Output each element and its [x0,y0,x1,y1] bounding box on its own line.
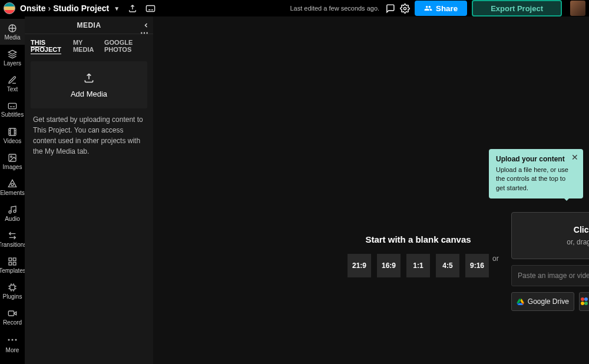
svg-point-20 [9,211,11,213]
record-icon [8,309,17,318]
url-input[interactable] [511,265,589,286]
tab-this-project[interactable]: THIS PROJECT [31,39,66,53]
tool-transitions[interactable]: Transitions [0,226,25,252]
tool-label: Videos [4,138,21,144]
panel-title: MEDIA [77,21,101,29]
tool-layers[interactable]: Layers [0,45,25,71]
last-edited-label: Last edited a few seconds ago. [290,5,379,12]
comments-button[interactable] [385,4,395,14]
svg-rect-23 [13,258,16,261]
aspect-16-9[interactable]: 16:9 [377,254,401,277]
or-separator: or [492,254,499,263]
aspect-21-9[interactable]: 21:9 [348,254,371,277]
tool-label: Transitions [0,241,27,248]
svg-marker-5 [8,50,16,54]
crumb-project[interactable]: Studio Project [53,4,109,13]
chevron-right-icon: › [48,4,51,13]
more-icon: ⋯ [7,333,18,346]
text-icon [8,75,17,85]
start-blank-section: Start with a blank canvas 21:9 16:9 1:1 … [348,234,489,277]
tool-media[interactable]: Media [0,19,25,45]
tool-record[interactable]: Record [0,304,25,330]
templates-icon [8,257,17,266]
close-icon[interactable]: ✕ [571,153,578,162]
upload-icon[interactable] [128,4,137,13]
svg-rect-9 [9,128,16,135]
upload-icon [83,72,95,84]
tool-label: Plugins [3,293,22,300]
svg-rect-25 [13,262,16,265]
side-panel: MEDIA ⋯ THIS PROJECT MY MEDIA GOOGLE PHO… [25,16,153,364]
svg-rect-26 [10,285,15,290]
avatar[interactable] [570,1,585,16]
aspect-9-16[interactable]: 9:16 [465,254,489,277]
drop-title: Click to upload [574,225,589,234]
caption-icon[interactable] [145,5,155,12]
panel-tabs: ⋯ THIS PROJECT MY MEDIA GOOGLE PHOTOS [25,34,153,58]
tooltip-title: Upload your content [496,155,576,163]
crumb-onsite[interactable]: Onsite [20,4,46,13]
tool-subtitles[interactable]: Subtitles [0,97,25,123]
svg-point-3 [403,7,406,9]
svg-point-19 [11,183,14,186]
tab-google-photos[interactable]: GOOGLE PHOTOS [104,39,147,53]
share-label: Share [436,4,458,13]
svg-point-17 [11,155,12,157]
google-drive-icon [517,299,524,305]
tool-label: Elements [0,190,25,196]
tool-rail: Media Layers Text Subtitles Videos Image… [0,16,25,364]
tool-audio[interactable]: Audio [0,200,25,226]
tool-label: Text [7,86,18,92]
share-button[interactable]: Share [415,1,467,16]
tool-label: Layers [4,60,21,67]
aspect-1-1[interactable]: 1:1 [406,254,430,277]
tool-label: Media [4,34,20,41]
settings-button[interactable] [400,4,410,14]
tooltip-body: Upload a file here, or use the controls … [496,166,576,193]
src-drive-label: Google Drive [528,297,569,306]
svg-rect-22 [9,258,12,261]
tool-videos[interactable]: Videos [0,123,25,148]
start-title: Start with a blank canvas [348,234,489,244]
tool-label: Record [3,319,22,326]
videos-icon [8,127,17,137]
tool-elements[interactable]: Elements [0,174,25,200]
aspect-4-5[interactable]: 4:5 [436,254,459,277]
elements-icon [8,179,17,188]
google-drive-button[interactable]: Google Drive [511,292,574,311]
plugins-icon [8,283,17,292]
breadcrumb[interactable]: Onsite › Studio Project ▼ [20,4,120,13]
tool-more[interactable]: ⋯More [0,330,25,356]
tool-plugins[interactable]: Plugins [0,278,25,304]
transitions-icon [8,231,17,240]
drop-zone[interactable]: Click to upload or, drag and drop a file… [511,212,589,259]
tool-label: Subtitles [1,111,24,118]
google-photos-icon [581,297,589,306]
tool-label: Templates [0,267,26,274]
tool-label: Images [3,164,22,170]
tool-text[interactable]: Text [0,71,25,97]
panel-more-icon[interactable]: ⋯ [140,28,148,38]
collapse-panel-button[interactable] [143,22,150,29]
canvas-area: ✕ Upload your content Upload a file here… [153,16,589,364]
tab-my-media[interactable]: MY MEDIA [73,39,97,53]
tool-templates[interactable]: Templates [0,252,25,278]
topbar: Onsite › Studio Project ▼ Last edited a … [0,0,589,16]
add-media-label: Add Media [71,90,107,98]
svg-rect-27 [8,311,14,316]
tool-label: More [6,347,19,353]
svg-rect-0 [146,5,154,11]
audio-icon [8,205,17,214]
images-icon [8,153,17,163]
tool-images[interactable]: Images [0,148,25,174]
add-media-button[interactable]: Add Media [31,61,147,108]
svg-rect-24 [9,262,12,265]
upload-section: Click to upload or, drag and drop a file… [511,212,589,311]
export-button[interactable]: Export Project [472,0,562,16]
layers-icon [8,49,17,59]
tool-label: Audio [5,216,20,222]
media-icon [8,24,17,33]
chevron-down-icon[interactable]: ▼ [114,5,120,12]
google-photos-button[interactable]: Google Photos [579,292,589,311]
app-logo[interactable] [4,2,15,14]
